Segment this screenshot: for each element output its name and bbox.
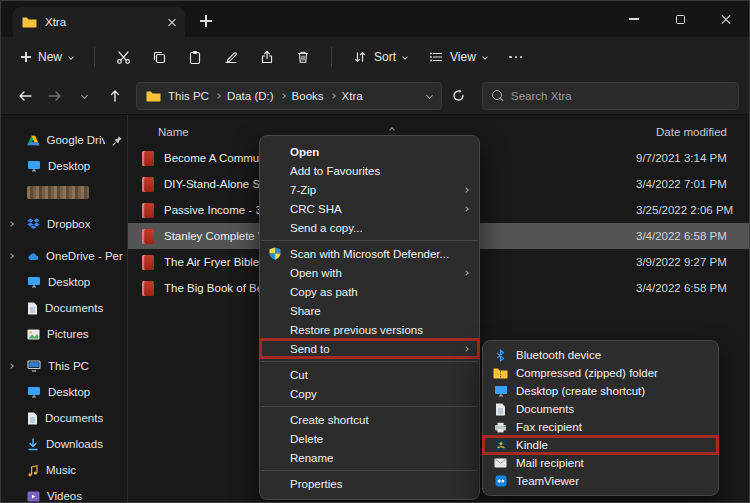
rename-button[interactable]	[214, 42, 248, 72]
context-item-crc-sha[interactable]: CRC SHA	[260, 199, 479, 218]
menu-separator	[261, 470, 478, 471]
sidebar-item-label: Music	[46, 464, 76, 476]
copy-icon	[152, 50, 166, 64]
context-item-cut[interactable]: Cut	[260, 365, 479, 384]
copy-button[interactable]	[142, 42, 176, 72]
picture-icon	[27, 329, 40, 340]
explorer-tab[interactable]: Xtra	[13, 7, 185, 37]
menu-separator	[261, 240, 478, 241]
document-icon	[27, 412, 38, 425]
sidebar-item-videos[interactable]: Videos	[1, 483, 127, 502]
breadcrumb-this-pc[interactable]: This PC	[168, 90, 209, 102]
sendto-item-bluetooth[interactable]: Bluetooth device	[483, 346, 718, 364]
sendto-item-mail-recipient[interactable]: Mail recipient	[483, 454, 718, 472]
refresh-button[interactable]	[445, 82, 472, 109]
menu-item-label: Mail recipient	[516, 457, 584, 469]
address-bar: This PC Data (D:) Books Xtra	[1, 77, 749, 115]
context-menu: Open Add to Favourites 7-Zip CRC SHA Sen…	[259, 135, 480, 500]
sort-button[interactable]: Sort	[343, 42, 417, 72]
share-button[interactable]	[250, 42, 284, 72]
maximize-button[interactable]	[657, 1, 703, 37]
tab-close-icon[interactable]	[167, 18, 176, 27]
sendto-item-desktop-shortcut[interactable]: Desktop (create shortcut)	[483, 382, 718, 400]
new-button[interactable]: New	[11, 42, 83, 72]
search-box[interactable]	[482, 82, 739, 110]
new-tab-button[interactable]	[193, 8, 219, 34]
refresh-icon	[452, 89, 465, 102]
date-modified-column-header[interactable]: Date modified	[656, 126, 727, 138]
sidebar-item-desktop-onedrive[interactable]: Desktop	[1, 269, 127, 295]
sidebar-item-google-drive[interactable]: Google Driv	[1, 127, 127, 153]
delete-button[interactable]	[286, 42, 320, 72]
document-icon	[27, 302, 38, 315]
sendto-item-documents[interactable]: Documents	[483, 400, 718, 418]
up-button[interactable]	[101, 82, 128, 109]
toolbar-separator	[331, 47, 332, 67]
context-item-open[interactable]: Open	[260, 142, 479, 161]
address-dropdown-icon[interactable]	[426, 92, 433, 99]
sidebar-item-pictures[interactable]: Pictures	[1, 321, 127, 347]
context-item-create-shortcut[interactable]: Create shortcut	[260, 410, 479, 429]
sidebar-item-dropbox[interactable]: Dropbox	[1, 211, 127, 237]
expand-chevron-icon[interactable]	[8, 221, 14, 227]
sidebar-item-music[interactable]: Music	[1, 457, 127, 483]
context-item-copy-as-path[interactable]: Copy as path	[260, 282, 479, 301]
more-options-button[interactable]	[499, 42, 533, 72]
menu-item-label: Open	[290, 146, 319, 158]
sidebar-item-label: Documents	[45, 412, 103, 424]
close-button[interactable]	[703, 1, 749, 37]
kindle-icon	[493, 439, 508, 451]
expand-chevron-icon[interactable]	[8, 253, 14, 259]
sendto-item-kindle[interactable]: Kindle	[483, 436, 718, 454]
recent-locations-button[interactable]	[71, 82, 98, 109]
toolbar-separator	[94, 47, 95, 67]
minimize-button[interactable]	[611, 1, 657, 37]
sidebar-item-this-pc[interactable]: This PC	[1, 353, 127, 379]
context-item-add-to-favourites[interactable]: Add to Favourites	[260, 161, 479, 180]
context-item-scan-with-defender[interactable]: Scan with Microsoft Defender...	[260, 244, 479, 263]
sendto-item-fax-recipient[interactable]: Fax recipient	[483, 418, 718, 436]
cut-button[interactable]	[106, 42, 140, 72]
search-input[interactable]	[511, 90, 729, 102]
teamviewer-icon	[493, 475, 508, 487]
view-button[interactable]: View	[419, 42, 497, 72]
breadcrumb-xtra[interactable]: Xtra	[342, 90, 363, 102]
breadcrumb-data-d[interactable]: Data (D:)	[227, 90, 274, 102]
context-item-send-to[interactable]: Send to	[260, 339, 479, 358]
sidebar-item-label: Videos	[47, 490, 82, 502]
sidebar-item-onedrive[interactable]: OneDrive - Perso	[1, 243, 127, 269]
context-item-properties[interactable]: Properties	[260, 474, 479, 493]
context-item-share[interactable]: Share	[260, 301, 479, 320]
back-button[interactable]	[11, 82, 38, 109]
context-item-copy[interactable]: Copy	[260, 384, 479, 403]
context-item-send-a-copy[interactable]: Send a copy...	[260, 218, 479, 237]
menu-item-label: Properties	[290, 478, 342, 490]
arrow-left-icon	[18, 90, 32, 102]
sidebar-item-label: This PC	[48, 360, 89, 372]
paste-button[interactable]	[178, 42, 212, 72]
file-explorer-window: Xtra New	[0, 0, 750, 503]
name-column-header[interactable]: Name	[158, 126, 189, 138]
sidebar-item-desktop-pinned[interactable]: Desktop	[1, 153, 127, 179]
breadcrumb[interactable]: This PC Data (D:) Books Xtra	[136, 82, 442, 110]
ebook-file-icon	[142, 281, 154, 296]
plus-icon	[21, 52, 31, 62]
sidebar-item-downloads[interactable]: Downloads	[1, 431, 127, 457]
sidebar-item-user-redacted[interactable]	[1, 179, 127, 205]
sendto-item-zip-folder[interactable]: Compressed (zipped) folder	[483, 364, 718, 382]
sidebar-item-documents[interactable]: Documents	[1, 405, 127, 431]
sidebar-item-documents-onedrive[interactable]: Documents	[1, 295, 127, 321]
context-item-delete[interactable]: Delete	[260, 429, 479, 448]
breadcrumb-books[interactable]: Books	[292, 90, 324, 102]
context-item-rename[interactable]: Rename	[260, 448, 479, 467]
sendto-item-teamviewer[interactable]: TeamViewer	[483, 472, 718, 490]
sidebar-item-desktop[interactable]: Desktop	[1, 379, 127, 405]
redacted-user-folder-icon	[27, 186, 89, 199]
context-item-7zip[interactable]: 7-Zip	[260, 180, 479, 199]
context-item-restore-previous-versions[interactable]: Restore previous versions	[260, 320, 479, 339]
context-item-open-with[interactable]: Open with	[260, 263, 479, 282]
expand-chevron-icon[interactable]	[8, 363, 14, 369]
chevron-down-icon	[81, 92, 88, 99]
forward-button[interactable]	[41, 82, 68, 109]
sidebar-item-label: Desktop	[48, 276, 90, 288]
